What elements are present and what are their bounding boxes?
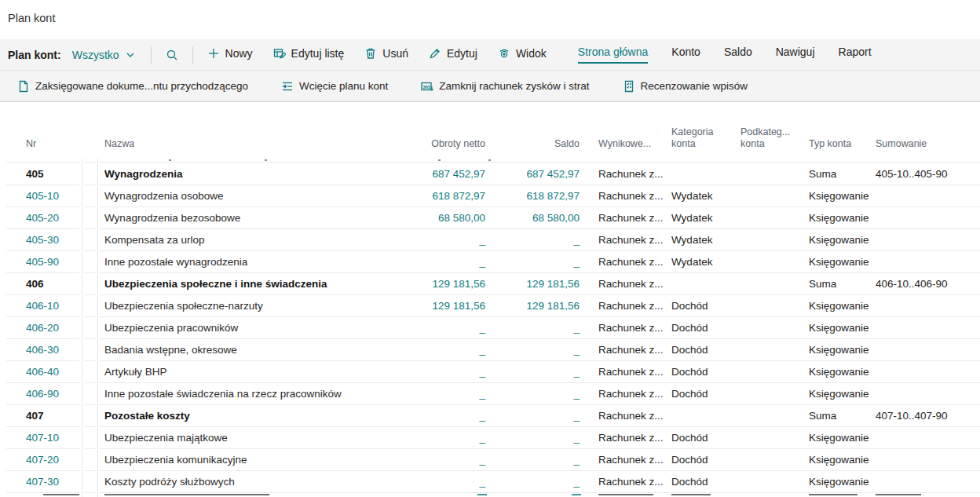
column-header[interactable]: Wynikowe... xyxy=(581,138,669,157)
cell-nr[interactable]: 407-10 xyxy=(6,427,79,449)
view-filter-dropdown[interactable]: Wszystko xyxy=(72,49,137,61)
table-row[interactable]: 405-20Wynagrodzenia bezosobowe68 580,006… xyxy=(0,207,980,229)
cell-saldo[interactable]: 129 181,56 xyxy=(487,273,581,295)
search-button[interactable] xyxy=(166,49,178,61)
cell-saldo[interactable]: _ xyxy=(487,427,581,449)
table-row[interactable]: 406-30Badania wstępne, okresowe__Rachune… xyxy=(0,339,980,361)
cell-nazwa: Ubezpieczenia społeczne-narzuty xyxy=(100,295,394,317)
cell-nr[interactable]: 407 xyxy=(6,405,79,427)
cell-kategoria-konta: Dochód xyxy=(669,317,738,339)
row-left-pad xyxy=(0,427,6,449)
cell-saldo[interactable]: 687 452,97 xyxy=(487,163,581,185)
cell-obroty-netto[interactable]: _ xyxy=(394,229,487,251)
cell-nazwa: Wynagrodzenia bezosobowe xyxy=(100,207,394,229)
action-edytuj-listę[interactable]: Edytuj listę xyxy=(273,47,345,60)
cell-obroty-netto[interactable]: _ xyxy=(394,383,487,405)
cell-nr[interactable]: 406 xyxy=(6,273,79,295)
table-row[interactable]: 405-10Wynagrodzenia osobowe618 872,97618… xyxy=(0,185,980,207)
cell-nazwa: Ubezpieczenia majątkowe xyxy=(100,427,394,449)
cell-typ-konta: Suma xyxy=(806,163,873,185)
cell-kategoria-konta: Dochód xyxy=(669,339,738,361)
table-row[interactable]: 407Pozostałe koszty__Rachunek z...Suma40… xyxy=(0,405,980,427)
menu-tab-nawiguj[interactable]: Nawiguj xyxy=(776,46,815,64)
cell-obroty-netto[interactable]: _ xyxy=(394,427,487,449)
cell-nr[interactable]: 405 xyxy=(6,163,79,185)
action-edytuj[interactable]: Edytuj xyxy=(429,47,477,60)
promoted-action-0[interactable]: Zaksięgowane dokume...ntu przychodzącego xyxy=(17,80,248,93)
cell-nr[interactable]: 406-90 xyxy=(6,383,79,405)
cell-nr[interactable]: 406-30 xyxy=(6,339,79,361)
cell-nr[interactable]: 405-20 xyxy=(6,207,79,229)
action-widok[interactable]: Widok xyxy=(498,47,547,60)
cell-obroty-netto[interactable]: _ xyxy=(394,339,487,361)
promoted-action-3[interactable]: Recenzowanie wpisów xyxy=(623,80,748,93)
cell-obroty-netto[interactable]: _ xyxy=(394,449,487,471)
cell-saldo[interactable]: _ xyxy=(487,229,581,251)
table-row[interactable]: 406Ubezpieczenia społeczne i inne świadc… xyxy=(0,273,980,295)
cell-obroty-netto[interactable]: _ xyxy=(394,405,487,427)
cell-obroty-netto[interactable]: 129 181,56 xyxy=(394,273,487,295)
cell-spacer xyxy=(85,405,95,427)
cell-nr[interactable]: 406-40 xyxy=(6,361,79,383)
menu-tab-raport[interactable]: Raport xyxy=(839,46,872,64)
cell-saldo[interactable]: _ xyxy=(487,383,581,405)
column-header[interactable]: Kategoria konta xyxy=(669,126,738,157)
cell-saldo[interactable]: _ xyxy=(487,361,581,383)
cell-obroty-netto[interactable]: _ xyxy=(394,317,487,339)
promoted-action-1[interactable]: Wcięcie planu kont xyxy=(281,80,388,93)
cell-saldo[interactable]: _ xyxy=(487,471,581,493)
menu-tab-konto[interactable]: Konto xyxy=(671,46,700,64)
cell-obroty-netto[interactable]: 687 452,97 xyxy=(394,163,487,185)
cell-obroty-netto[interactable]: 68 580,00 xyxy=(394,207,487,229)
column-header[interactable]: Nr xyxy=(6,138,79,157)
action-nowy[interactable]: Nowy xyxy=(207,47,253,60)
table-row[interactable]: 405-30Kompensata za urlop__Rachunek z...… xyxy=(0,229,980,251)
cell-nr[interactable]: 405-90 xyxy=(6,251,79,273)
column-header[interactable]: Typ konta xyxy=(806,138,873,157)
table-row[interactable]: 407-30Koszty podróży służbowych__Rachune… xyxy=(0,471,980,493)
table-row[interactable]: 406-20Ubezpieczenia pracowników__Rachune… xyxy=(0,317,980,339)
cell-saldo[interactable]: 68 580,00 xyxy=(487,207,581,229)
column-header[interactable]: Saldo xyxy=(487,138,581,157)
column-header[interactable]: Podkateg... konta xyxy=(738,126,806,157)
column-header[interactable]: Nazwa xyxy=(100,138,394,157)
cell-nr[interactable]: 406-10 xyxy=(6,295,79,317)
action-usuń[interactable]: Usuń xyxy=(364,47,408,60)
cell-nr[interactable]: 407-30 xyxy=(6,471,79,493)
cell-obroty-netto[interactable]: _ xyxy=(394,251,487,273)
menu-tab-strona-główna[interactable]: Strona główna xyxy=(578,46,649,64)
table-row[interactable]: 406-90Inne pozostałe świadczenia na rzec… xyxy=(0,383,980,405)
cell-nr[interactable]: 405-30 xyxy=(6,229,79,251)
table-row[interactable]: 407-20Ubezpieczenia komunikacyjne__Rachu… xyxy=(0,449,980,471)
cell-saldo[interactable]: _ xyxy=(487,317,581,339)
cell-saldo[interactable]: _ xyxy=(487,449,581,471)
cell-typ-konta: Księgowanie xyxy=(806,339,873,361)
cell-kategoria-konta: Dochód xyxy=(669,361,738,383)
table-row[interactable]: 406-10Ubezpieczenia społeczne-narzuty129… xyxy=(0,295,980,317)
cell-obroty-netto[interactable]: 129 181,56 xyxy=(394,295,487,317)
cell-nr[interactable]: 406-20 xyxy=(6,317,79,339)
cell-saldo[interactable]: 618 872,97 xyxy=(487,185,581,207)
cell-saldo[interactable]: _ xyxy=(487,339,581,361)
table-row[interactable]: 407-10Ubezpieczenia majątkowe__Rachunek … xyxy=(0,427,980,449)
cell-saldo[interactable]: _ xyxy=(487,251,581,273)
column-header[interactable]: Obroty netto xyxy=(394,138,487,157)
cell-saldo[interactable]: _ xyxy=(487,405,581,427)
cell-saldo[interactable]: 129 181,56 xyxy=(487,295,581,317)
cell-obroty-netto[interactable]: 618 872,97 xyxy=(394,185,487,207)
cell-spacer xyxy=(85,207,95,229)
cell-podkategoria-konta xyxy=(738,163,806,185)
cell-nr[interactable]: 407-20 xyxy=(6,449,79,471)
cell-obroty-netto[interactable]: _ xyxy=(394,471,487,493)
table-row[interactable]: 405Wynagrodzenia687 452,97687 452,97Rach… xyxy=(0,163,980,185)
menu-tab-saldo[interactable]: Saldo xyxy=(724,46,752,64)
command-bar: Plan kont: Wszystko NowyEdytuj listęUsuń… xyxy=(0,39,980,71)
table-row[interactable]: 406-40Artykuły BHP__Rachunek z...DochódK… xyxy=(0,361,980,383)
cell-obroty-netto[interactable]: _ xyxy=(394,361,487,383)
row-left-pad xyxy=(0,405,6,427)
table-row[interactable]: 405-90Inne pozostałe wynagrodzenia__Rach… xyxy=(0,251,980,273)
cell-nr[interactable]: 405-10 xyxy=(6,185,79,207)
column-header[interactable]: Sumowanie xyxy=(873,138,980,157)
cell-sumowanie xyxy=(873,207,980,229)
promoted-action-2[interactable]: 365Zamknij rachunek zysków i strat xyxy=(421,80,589,93)
